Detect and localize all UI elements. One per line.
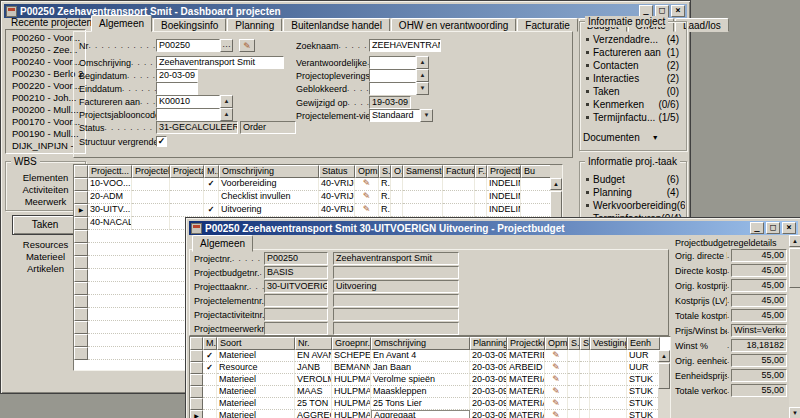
cell-s1[interactable] <box>568 350 580 362</box>
cell-planning[interactable]: 20-03-09 <box>470 386 507 398</box>
cell-projectkosten[interactable]: MATERIAAL <box>507 398 545 410</box>
omschrijving-input[interactable]: Zeehaventransport Smit <box>156 56 284 69</box>
check-icon[interactable]: ✓ <box>203 362 217 374</box>
cell-s1[interactable] <box>568 410 580 418</box>
info-task-item[interactable]: Werkvoorbereiding(6) <box>581 199 685 212</box>
cell-s2[interactable] <box>580 398 590 410</box>
vertical-scrollbar[interactable]: ▲ <box>658 350 670 418</box>
pencil-icon[interactable]: ✎ <box>545 350 568 362</box>
cell-vestiging[interactable] <box>590 398 627 410</box>
zoeknaam-input[interactable]: ZEEHAVENTRANS... <box>369 39 441 52</box>
row-selector[interactable]: ▶ <box>74 204 88 217</box>
tab[interactable]: Buitenlandse handel <box>283 18 390 32</box>
cell-omschrijving[interactable]: Checklist invullen <box>219 191 319 204</box>
cell-eenheid[interactable]: STUK <box>627 386 660 398</box>
column-header[interactable]: Projectel... <box>132 165 170 178</box>
projectelement-view-select[interactable]: Standaard <box>369 109 420 122</box>
cell-groepnr[interactable]: SCHEPEN <box>332 350 371 362</box>
cell-projectkosten[interactable]: ARBEID <box>507 362 545 374</box>
begindatum-input[interactable]: 20-03-09 <box>156 69 198 82</box>
check-icon[interactable]: ✓ <box>204 204 219 217</box>
cell-f[interactable] <box>475 178 487 191</box>
cell-omschrijving[interactable]: 25 Tons Lier <box>371 398 470 410</box>
cell-eenheid[interactable]: UUR <box>627 362 660 374</box>
column-header[interactable]: Projectt... <box>88 165 132 178</box>
lookup-up-icon[interactable]: ▲ <box>220 108 233 121</box>
cell-omschrijving[interactable]: Verolme spieën <box>371 374 470 386</box>
cell-s2[interactable] <box>580 410 590 418</box>
scroll-down-icon[interactable]: ▼ <box>789 407 800 418</box>
cell-o[interactable] <box>391 178 403 191</box>
cell-soort[interactable]: Materieel <box>217 374 295 386</box>
lookup-up-icon[interactable]: ▲ <box>220 95 233 108</box>
pencil-icon[interactable]: ✎ <box>545 386 568 398</box>
tab[interactable]: Boekingsinfo <box>153 18 226 32</box>
scroll-up-icon[interactable]: ▲ <box>789 235 800 247</box>
cell-s2[interactable] <box>580 350 590 362</box>
cell-eenheid[interactable]: STUK <box>627 374 660 386</box>
cell-status[interactable]: 40-VRIJG... <box>319 204 355 217</box>
cell-groepnr[interactable]: BEMANNI... <box>332 362 371 374</box>
column-header[interactable]: Soort <box>217 337 295 350</box>
cell-samenstelling[interactable] <box>403 204 443 217</box>
cell-planning[interactable]: 20-03-09 <box>470 374 507 386</box>
row-selector[interactable] <box>74 178 88 191</box>
minimize-button[interactable]: _ <box>750 222 764 234</box>
pencil-icon[interactable]: ✎ <box>355 191 379 204</box>
cell-planning[interactable]: 20-03-09 <box>470 398 507 410</box>
info-project-item[interactable]: Interacties(2) <box>581 72 685 85</box>
tab[interactable]: OHW en verantwoording <box>391 18 517 32</box>
cell-projectkosten[interactable]: MATERIAAL <box>507 374 545 386</box>
column-header[interactable]: O.. <box>391 165 403 178</box>
pencil-icon[interactable]: ✎ <box>545 410 568 418</box>
einddatum-input[interactable] <box>156 82 198 95</box>
cell-soort[interactable]: Resource <box>217 362 295 374</box>
cell-s2[interactable] <box>580 362 590 374</box>
edit-pencil-button[interactable]: ✎ <box>239 39 255 52</box>
column-header[interactable]: Bu <box>521 165 552 178</box>
cell-planning[interactable]: 20-03-09 <box>470 410 507 418</box>
column-header[interactable]: Projectac... <box>170 165 204 178</box>
row-selector[interactable] <box>190 374 203 386</box>
column-header[interactable] <box>190 337 203 350</box>
check-icon[interactable]: ✓ <box>203 350 217 362</box>
cell-vestiging[interactable] <box>590 374 627 386</box>
cell-samenstelling[interactable] <box>403 191 443 204</box>
projectsjablooncode-input[interactable] <box>156 108 220 121</box>
row-selector[interactable]: ▶ <box>190 410 203 418</box>
check-icon[interactable]: ✓ <box>204 178 219 191</box>
column-header[interactable]: S.. <box>379 165 391 178</box>
cell-nr[interactable]: JANB <box>295 362 332 374</box>
cell-soort[interactable]: Materieel <box>217 386 295 398</box>
tab[interactable]: Planning <box>227 18 282 32</box>
row-selector[interactable] <box>74 334 88 347</box>
cell-nr[interactable]: EN AVAN... <box>295 350 332 362</box>
column-header[interactable]: Omschrijving <box>371 337 470 350</box>
column-header[interactable]: Opm... <box>545 337 568 350</box>
info-project-item[interactable]: Termijnfactu...(1/5) <box>581 111 685 124</box>
pencil-icon[interactable]: ✎ <box>355 178 379 191</box>
cell-projectelement[interactable] <box>132 217 170 230</box>
cell-projectkosten[interactable]: MATERIAAL <box>507 386 545 398</box>
close-button[interactable]: × <box>782 222 796 234</box>
row-selector[interactable] <box>74 321 88 334</box>
cell-projectelement[interactable] <box>132 204 170 217</box>
cell-groepnr[interactable]: HULPMA... <box>332 374 371 386</box>
cell-f[interactable] <box>475 204 487 217</box>
info-task-item[interactable]: Planning(4) <box>581 186 685 199</box>
check-icon[interactable] <box>203 410 217 418</box>
structuur-vergrendeld-checkbox[interactable]: ✓ <box>156 136 167 147</box>
cell-o[interactable] <box>391 191 403 204</box>
cell-soort[interactable]: Materieel <box>217 410 295 418</box>
cell-f[interactable] <box>475 191 487 204</box>
cell-projectactiviteit[interactable] <box>170 191 204 204</box>
cell-groepnr[interactable]: HULPMA... <box>332 386 371 398</box>
cell-projectelement[interactable] <box>132 178 170 191</box>
lookup-up-icon[interactable]: ▲ <box>416 69 429 82</box>
check-icon[interactable] <box>203 398 217 410</box>
cell-vestiging[interactable] <box>590 410 627 418</box>
check-icon[interactable] <box>203 386 217 398</box>
scrollbar-thumb[interactable] <box>789 248 800 288</box>
column-header[interactable]: M... <box>203 337 217 350</box>
info-project-item[interactable]: Factureren aan(1) <box>581 46 685 59</box>
